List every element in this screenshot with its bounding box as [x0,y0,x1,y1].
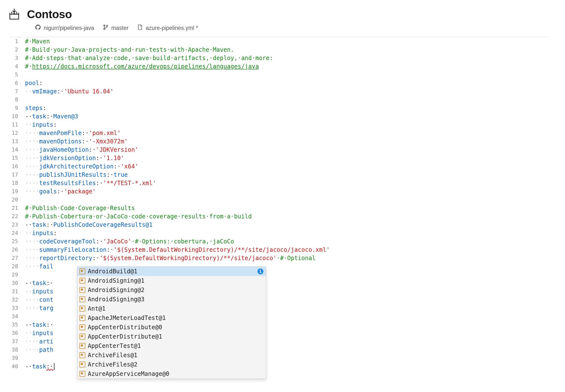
code-line[interactable]: ····goals:·'package' [25,187,550,196]
line-number: 33 [9,304,25,312]
code-line[interactable]: ····publishJUnitResults:·true [25,171,550,179]
code-line[interactable]: steps: [25,104,550,112]
intellisense-item[interactable]: Ant@1 [77,304,266,313]
line-number: 4 [9,62,25,70]
code-line[interactable]: #·https://docs.microsoft.com/azure/devop… [25,62,550,70]
line-number: 7 [9,87,25,96]
svg-rect-0 [10,14,19,19]
line-number: 10 [9,112,25,121]
intellisense-item[interactable]: ArchiveFiles@1 [77,350,266,360]
intellisense-label: AndroidSigning@3 [88,296,144,303]
intellisense-popup[interactable]: AndroidBuild@1i AndroidSigning@1 Android… [77,266,266,379]
code-line[interactable]: pool: [25,79,550,87]
snippet-icon [79,306,85,312]
line-number: 19 [9,187,25,196]
file-icon [137,25,143,31]
code-line[interactable]: ····reportDirectory:·'$(System.DefaultWo… [25,254,550,262]
branch-icon [103,25,108,31]
code-editor[interactable]: 1#·Maven 2#·Build·your·Java·projects·and… [9,37,550,371]
code-line[interactable]: ····jdkArchitectureOption:·'x64' [25,162,550,171]
code-line[interactable]: ····codeCoverageTool:·'JaCoCo'·#·Options… [25,237,550,246]
branch-crumb[interactable]: master [103,25,128,31]
intellisense-label: AndroidSigning@1 [88,277,144,284]
line-number: 15 [9,154,25,162]
code-line[interactable]: #·Publish·Cobertura·or·JaCoCo·code·cover… [25,212,550,221]
snippet-icon [79,278,85,284]
code-line[interactable]: ··inputs: [25,121,550,129]
line-number: 9 [9,104,25,112]
line-number: 1 [9,37,25,46]
intellisense-label: AndroidBuild@1 [88,268,137,275]
line-number: 23 [9,221,25,229]
line-number: 14 [9,146,25,154]
code-line[interactable]: ··vmImage:·'Ubuntu 16.04' [25,87,550,96]
file-name: azure-pipelines.yml * [146,25,198,31]
snippet-icon [79,268,85,274]
line-number: 27 [9,254,25,262]
code-line[interactable]: #·Add·steps·that·analyze·code,·save·buil… [25,54,550,62]
text-cursor [54,363,55,370]
intellisense-item[interactable]: AppCenterDistribute@0 [77,323,266,332]
snippet-icon [79,352,85,358]
page-title: Contoso [27,8,72,21]
intellisense-label: ApacheJMeterLoadTest@1 [88,314,166,322]
intellisense-item[interactable]: ApacheJMeterLoadTest@1 [77,313,266,323]
code-line[interactable]: #·Build·your·Java·projects·and·run·tests… [25,46,550,54]
repo-crumb[interactable]: nigurr/pipelines-java [35,25,94,31]
code-line[interactable]: ····mavenOptions:·'-Xmx3072m' [25,137,550,146]
line-number: 40 [9,362,25,371]
code-line[interactable]: ····javaHomeOption:·'JDKVersion' [25,146,550,154]
svg-point-1 [104,25,105,26]
intellisense-item[interactable]: ArchiveFiles@2 [77,360,266,369]
intellisense-label: AppCenterDistribute@1 [88,333,162,340]
intellisense-item[interactable]: AndroidSigning@3 [77,295,266,304]
code-line[interactable]: ····mavenPomFile:·'pom.xml' [25,129,550,137]
intellisense-item[interactable]: AndroidBuild@1i [77,267,266,276]
breadcrumb: nigurr/pipelines-java master azure-pipel… [0,21,565,37]
snippet-icon [79,362,85,367]
intellisense-label: ArchiveFiles@2 [88,361,137,368]
line-number: 26 [9,246,25,254]
code-line[interactable]: #·Maven [25,37,550,46]
code-line[interactable]: ··inputs: [25,229,550,237]
snippet-icon [79,315,85,321]
info-icon[interactable]: i [257,268,263,274]
intellisense-item[interactable]: AppCenterTest@1 [77,341,266,350]
snippet-icon [79,287,85,293]
snippet-icon [79,296,85,302]
code-line[interactable]: ····testResultsFiles:·'**/TEST-*.xml' [25,179,550,187]
intellisense-label: AppCenterDistribute@0 [88,324,162,331]
intellisense-label: Ant@1 [88,305,105,312]
intellisense-item[interactable]: AndroidSigning@2 [77,285,266,295]
snippet-icon [79,343,85,349]
code-line[interactable]: ····jdkVersionOption:·'1.10' [25,154,550,162]
line-number: 31 [9,287,25,296]
code-line[interactable]: -·task:·PublishCodeCoverageResults@1 [25,221,550,229]
intellisense-item[interactable]: AppCenterDistribute@1 [77,332,266,341]
line-number: 6 [9,79,25,87]
line-number: 35 [9,321,25,329]
intellisense-item[interactable]: AzureAppServiceManage@0 [77,369,266,378]
line-number: 36 [9,329,25,337]
line-number: 13 [9,137,25,146]
intellisense-label: AzureAppServiceManage@0 [88,370,169,378]
line-number: 37 [9,337,25,346]
line-number: 28 [9,262,25,271]
line-number: 2 [9,46,25,54]
github-icon [35,25,41,31]
line-number: 39 [9,354,25,362]
snippet-icon [79,324,85,330]
line-number: 16 [9,162,25,171]
code-line[interactable]: -·task:·Maven@3 [25,112,550,121]
repo-name: nigurr/pipelines-java [44,25,94,31]
code-line[interactable]: #·Publish·Code·Coverage·Results [25,204,550,212]
line-number: 29 [9,271,25,279]
line-number: 32 [9,296,25,304]
line-number: 20 [9,196,25,204]
line-number: 24 [9,229,25,237]
intellisense-item[interactable]: AndroidSigning@1 [77,276,266,285]
intellisense-label: AndroidSigning@2 [88,286,144,294]
code-line[interactable]: ····summaryFileLocation:·'$(System.Defau… [25,246,550,254]
file-crumb[interactable]: azure-pipelines.yml * [137,25,198,31]
snippet-icon [79,371,85,377]
